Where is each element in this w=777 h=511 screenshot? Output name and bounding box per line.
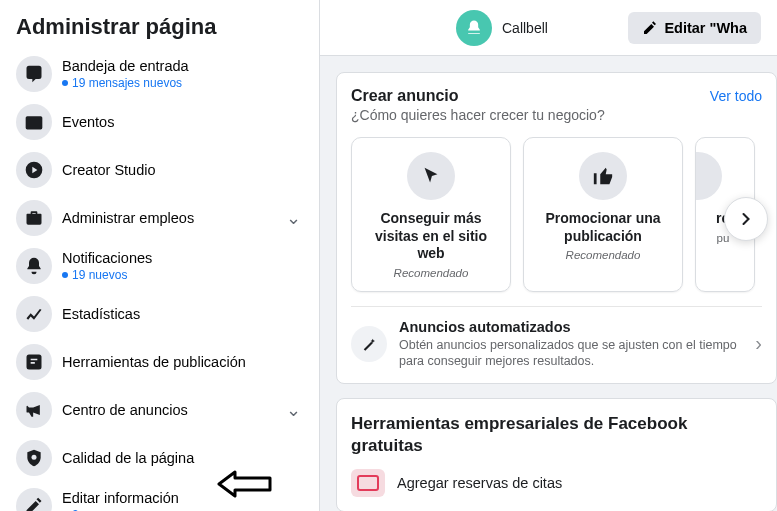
- thumbs-up-icon: [579, 152, 627, 200]
- sidebar-item-publish-tools[interactable]: Herramientas de publicación: [8, 338, 311, 386]
- sidebar-item-label: Herramientas de publicación: [62, 354, 246, 370]
- pencil-icon: [642, 20, 658, 36]
- chevron-down-icon: ⌄: [286, 399, 301, 421]
- sidebar-item-creator-studio[interactable]: Creator Studio: [8, 146, 311, 194]
- sidebar-item-label: Bandeja de entrada: [62, 58, 189, 74]
- calendar-icon: [16, 104, 52, 140]
- chevron-right-icon: ›: [755, 332, 762, 355]
- tool-item-appointments[interactable]: Agregar reservas de citas: [351, 469, 762, 497]
- shield-icon: [16, 440, 52, 476]
- sidebar-item-label: Centro de anuncios: [62, 402, 188, 418]
- option-icon: [695, 152, 722, 200]
- tool-label: Agregar reservas de citas: [397, 475, 562, 491]
- play-icon: [16, 152, 52, 188]
- sidebar-item-label: Estadísticas: [62, 306, 140, 322]
- row-subtitle: Obtén anuncios personalizados que se aju…: [399, 337, 743, 370]
- tools-title: Herramientas empresariales de Facebook g…: [351, 413, 762, 457]
- option-title: Promocionar una publicación: [534, 210, 672, 245]
- sidebar-item-label: Calidad de la página: [62, 450, 194, 466]
- bell-icon: [16, 248, 52, 284]
- card-title: Crear anuncio: [351, 87, 459, 105]
- chevron-right-icon: [736, 209, 756, 229]
- chart-icon: [16, 296, 52, 332]
- magic-wand-icon: [351, 326, 387, 362]
- sidebar-item-badge: 19 nuevos: [62, 268, 152, 282]
- calendar-booking-icon: [351, 469, 385, 497]
- automated-ads-row[interactable]: Anuncios automatizados Obtén anuncios pe…: [351, 306, 762, 370]
- sidebar-item-quality[interactable]: Calidad de la página: [8, 434, 311, 482]
- page-identity[interactable]: Callbell: [456, 10, 548, 46]
- sidebar-item-events[interactable]: Eventos: [8, 98, 311, 146]
- sidebar-item-edit-info[interactable]: Editar información 2 nuevos: [8, 482, 311, 511]
- main-panel: Callbell Editar "Wha Crear anuncio Ver t…: [320, 0, 777, 511]
- inbox-icon: [16, 56, 52, 92]
- cursor-icon: [407, 152, 455, 200]
- see-all-link[interactable]: Ver todo: [710, 88, 762, 104]
- ad-options: Conseguir más visitas en el sitio web Re…: [351, 137, 762, 292]
- sidebar-item-label: Notificaciones: [62, 250, 152, 266]
- option-title: Conseguir más visitas en el sitio web: [362, 210, 500, 263]
- sidebar-item-label: Editar información: [62, 490, 179, 506]
- sidebar-item-notifications[interactable]: Notificaciones 19 nuevos: [8, 242, 311, 290]
- sidebar-item-label: Administrar empleos: [62, 210, 194, 226]
- ad-option-promote[interactable]: Promocionar una publicación Recomendado: [523, 137, 683, 292]
- sidebar-item-badge: 19 mensajes nuevos: [62, 76, 189, 90]
- page-name: Callbell: [502, 20, 548, 36]
- briefcase-icon: [16, 200, 52, 236]
- option-subtitle: Recomendado: [534, 249, 672, 261]
- sidebar-item-inbox[interactable]: Bandeja de entrada 19 mensajes nuevos: [8, 50, 311, 98]
- sidebar-item-ads-center[interactable]: Centro de anuncios ⌄: [8, 386, 311, 434]
- publish-icon: [16, 344, 52, 380]
- sidebar-item-jobs[interactable]: Administrar empleos ⌄: [8, 194, 311, 242]
- edit-button-label: Editar "Wha: [664, 20, 747, 36]
- sidebar-item-label: Eventos: [62, 114, 114, 130]
- tools-card: Herramientas empresariales de Facebook g…: [336, 398, 777, 511]
- sidebar-item-label: Creator Studio: [62, 162, 156, 178]
- option-subtitle: Recomendado: [362, 267, 500, 279]
- megaphone-icon: [16, 392, 52, 428]
- chevron-down-icon: ⌄: [286, 207, 301, 229]
- svg-point-2: [32, 455, 37, 460]
- scroll-next-button[interactable]: [724, 197, 768, 241]
- card-subtitle: ¿Cómo quieres hacer crecer tu negocio?: [351, 107, 762, 123]
- ad-option-visits[interactable]: Conseguir más visitas en el sitio web Re…: [351, 137, 511, 292]
- sidebar-title: Administrar página: [8, 8, 311, 50]
- edit-button[interactable]: Editar "Wha: [628, 12, 761, 44]
- create-ad-card: Crear anuncio Ver todo ¿Cómo quieres hac…: [336, 72, 777, 384]
- pencil-icon: [16, 488, 52, 511]
- row-title: Anuncios automatizados: [399, 319, 743, 335]
- sidebar-item-stats[interactable]: Estadísticas: [8, 290, 311, 338]
- bell-avatar-icon: [456, 10, 492, 46]
- sidebar: Administrar página Bandeja de entrada 19…: [0, 0, 320, 511]
- topbar: Callbell Editar "Wha: [320, 0, 777, 56]
